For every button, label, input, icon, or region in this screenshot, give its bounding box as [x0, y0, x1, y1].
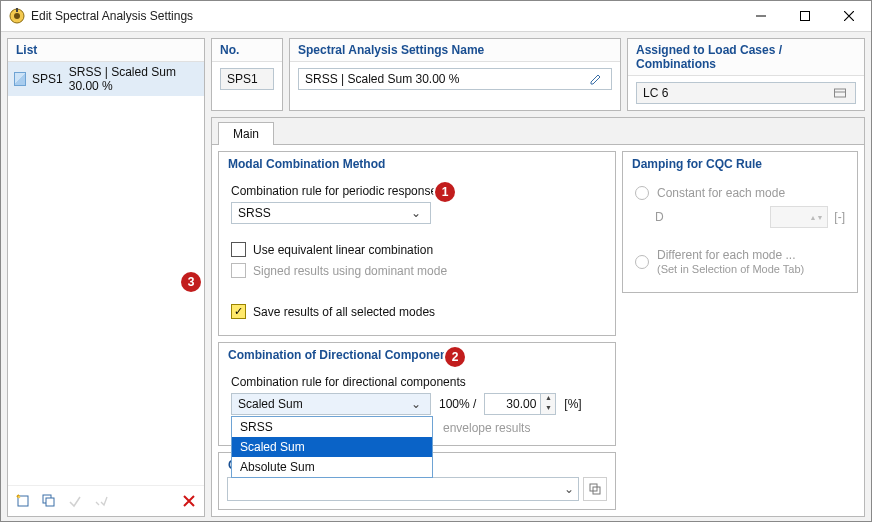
pct-unit: [%]: [564, 397, 581, 411]
assign-field[interactable]: LC 6: [636, 82, 856, 104]
name-title: Spectral Analysis Settings Name: [290, 39, 620, 62]
delete-item-button[interactable]: [177, 489, 201, 513]
tabbar: Main: [212, 118, 864, 145]
list-toolbar: [8, 485, 204, 516]
titlebar: Edit Spectral Analysis Settings: [1, 1, 871, 32]
directional-rule-dropdown[interactable]: SRSS Scaled Sum Absolute Sum: [231, 416, 433, 478]
window-title: Edit Spectral Analysis Settings: [31, 9, 739, 23]
use-equivalent-checkbox[interactable]: Use equivalent linear combination: [231, 242, 603, 257]
modal-rule-select[interactable]: SRSS ⌄: [231, 202, 431, 224]
svg-point-5: [18, 496, 21, 499]
list-item-icon: [14, 72, 26, 86]
list-title: List: [8, 39, 204, 62]
no-title: No.: [212, 39, 282, 62]
svg-rect-8: [835, 89, 846, 97]
pct-spinner[interactable]: 30.00 ▲ ▼: [484, 393, 556, 415]
body: List SPS1 SRSS | Scaled Sum 30.00 %: [1, 32, 871, 522]
name-field[interactable]: SRSS | Scaled Sum 30.00 %: [298, 68, 612, 90]
new-item-button[interactable]: [11, 489, 35, 513]
section-damping: Damping for CQC Rule Constant for each m…: [622, 151, 858, 293]
checkbox-box: [231, 263, 246, 278]
assign-title: Assigned to Load Cases / Combinations: [628, 39, 864, 76]
assign-value: LC 6: [643, 86, 668, 100]
left-column: List SPS1 SRSS | Scaled Sum 30.00 %: [7, 38, 205, 517]
svg-point-1: [14, 13, 20, 19]
signed-results-checkbox: Signed results using dominant mode: [231, 263, 603, 278]
badge-2: 2: [445, 347, 465, 367]
assign-open-icon[interactable]: [831, 84, 849, 102]
directional-rule-value: Scaled Sum: [238, 397, 303, 411]
content-left: Modal Combination Method Combination rul…: [218, 151, 616, 510]
right-column: No. SPS1 Spectral Analysis Settings Name…: [211, 38, 865, 517]
close-button[interactable]: [827, 1, 871, 31]
option-srss[interactable]: SRSS: [232, 417, 432, 437]
content-right: Damping for CQC Rule Constant for each m…: [622, 151, 858, 510]
badge-1: 1: [435, 182, 455, 202]
directional-rule-select[interactable]: Scaled Sum ⌄ SRSS Scaled Sum Absolute Su…: [231, 393, 431, 415]
damping-d-label: D: [655, 210, 664, 224]
option-absolute-sum[interactable]: Absolute Sum: [232, 457, 432, 477]
no-panel: No. SPS1: [211, 38, 283, 111]
damping-d-row: D ▲▼ [-]: [655, 206, 845, 228]
chevron-down-icon[interactable]: ▼: [541, 404, 555, 414]
signed-results-label: Signed results using dominant mode: [253, 264, 447, 278]
no-value: SPS1: [227, 72, 258, 86]
damping-constant-label: Constant for each mode: [657, 186, 785, 200]
spinner-buttons[interactable]: ▲ ▼: [540, 394, 555, 414]
svg-rect-3: [801, 12, 810, 21]
save-results-label: Save results of all selected modes: [253, 305, 435, 319]
edit-name-icon[interactable]: [587, 70, 605, 88]
damping-different-sub: (Set in Selection of Mode Tab): [657, 263, 804, 275]
svg-rect-7: [46, 498, 54, 506]
save-results-checkbox[interactable]: ✓ Save results of all selected modes: [231, 304, 603, 319]
main-panel: Main Modal Combination Method Combinatio…: [211, 117, 865, 517]
badge-3: 3: [181, 272, 201, 292]
damping-section-title: Damping for CQC Rule: [623, 152, 857, 176]
damping-different-radio: Different for each mode ... (Set in Sele…: [635, 248, 845, 276]
radio-circle: [635, 255, 649, 269]
option-scaled-sum[interactable]: Scaled Sum: [232, 437, 432, 457]
app-icon: [9, 8, 25, 24]
modal-rule-label: Combination rule for periodic responses: [231, 184, 603, 198]
name-value: SRSS | Scaled Sum 30.00 %: [305, 72, 460, 86]
list-item[interactable]: SPS1 SRSS | Scaled Sum 30.00 %: [8, 62, 204, 96]
no-field[interactable]: SPS1: [220, 68, 274, 90]
tab-main[interactable]: Main: [218, 122, 274, 145]
radio-circle: [635, 186, 649, 200]
damping-d-field: ▲▼: [770, 206, 828, 228]
copy-item-button[interactable]: [37, 489, 61, 513]
toolbar-action-4: [89, 489, 113, 513]
pct-value: 30.00: [485, 397, 540, 411]
chevron-down-icon: ⌄: [408, 206, 424, 220]
checkbox-box: ✓: [231, 304, 246, 319]
modal-section-title: Modal Combination Method: [219, 152, 615, 176]
comment-action-button[interactable]: [583, 477, 607, 501]
damping-different-label: Different for each mode ...: [657, 248, 796, 262]
assign-panel: Assigned to Load Cases / Combinations LC…: [627, 38, 865, 111]
toolbar-action-3: [63, 489, 87, 513]
directional-section-title: Combination of Directional Components: [219, 343, 615, 367]
env-hint: envelope results: [435, 419, 603, 435]
damping-constant-radio: Constant for each mode: [635, 186, 845, 200]
pct-label: 100% /: [439, 397, 476, 411]
chevron-down-icon[interactable]: ⌄: [560, 482, 578, 496]
list-body[interactable]: SPS1 SRSS | Scaled Sum 30.00 %: [8, 62, 204, 485]
chevron-up-icon[interactable]: ▲: [541, 394, 555, 404]
minimize-button[interactable]: [739, 1, 783, 31]
name-panel: Spectral Analysis Settings Name SRSS | S…: [289, 38, 621, 111]
modal-rule-value: SRSS: [238, 206, 271, 220]
svg-rect-2: [16, 8, 18, 12]
directional-rule-label: Combination rule for directional compone…: [231, 375, 603, 389]
section-modal-combination: Modal Combination Method Combination rul…: [218, 151, 616, 336]
use-equivalent-label: Use equivalent linear combination: [253, 243, 433, 257]
damping-d-unit: [-]: [834, 210, 845, 224]
list-item-code: SPS1: [32, 72, 63, 86]
list-panel: List SPS1 SRSS | Scaled Sum 30.00 %: [7, 38, 205, 517]
section-directional: Combination of Directional Components Co…: [218, 342, 616, 446]
chevron-down-icon: ⌄: [408, 397, 424, 411]
header-row: No. SPS1 Spectral Analysis Settings Name…: [211, 38, 865, 111]
maximize-button[interactable]: [783, 1, 827, 31]
comment-field[interactable]: ⌄: [227, 477, 579, 501]
checkbox-box: [231, 242, 246, 257]
list-item-name: SRSS | Scaled Sum 30.00 %: [69, 65, 198, 93]
